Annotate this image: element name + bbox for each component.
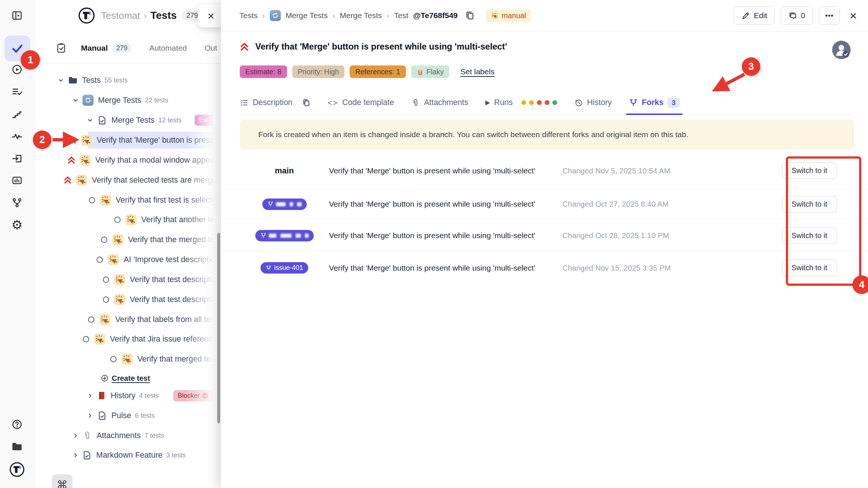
projects-folder-icon[interactable] xyxy=(10,439,24,454)
breadcrumb-merge-tests[interactable]: Merge Tests xyxy=(286,11,328,20)
status-circle-icon xyxy=(114,217,121,223)
run-status-dots xyxy=(521,100,557,105)
chevron-down-icon[interactable] xyxy=(87,117,93,123)
status-circle-icon xyxy=(89,197,95,203)
tab-code-template[interactable]: <> Code template xyxy=(328,91,394,115)
tree-test-row[interactable]: Verify that labels from all tests xyxy=(34,311,221,328)
sidebar-toggle-icon[interactable] xyxy=(10,8,24,23)
detail-tabs: Description <> Code template Attachments… xyxy=(240,91,854,115)
tree-test-row[interactable]: Verify that another test xyxy=(34,211,221,228)
tree-test-row[interactable]: AI 'Improve test description' xyxy=(34,251,221,268)
tab-history[interactable]: History xyxy=(574,91,612,115)
tree-scrollbar-thumb[interactable] xyxy=(217,233,220,423)
switch-to-it-button[interactable]: Switch to it xyxy=(782,162,837,179)
close-detail-button[interactable]: × xyxy=(850,9,857,22)
status-circle-icon xyxy=(88,316,94,323)
milestones-icon[interactable] xyxy=(10,107,24,122)
more-actions-button[interactable]: ••• xyxy=(819,6,840,25)
tab-automated[interactable]: Automated xyxy=(149,44,187,52)
tree-test-row[interactable]: Verify that a modal window appears xyxy=(34,152,221,169)
fork-title: Verify that 'Merge' button is present wh… xyxy=(329,199,559,209)
tree-node-pulse[interactable]: Pulse6 tests xyxy=(34,407,221,424)
analytics-icon[interactable] xyxy=(10,173,24,188)
pencil-icon xyxy=(741,11,750,20)
history-clock-icon xyxy=(574,98,583,107)
tab-forks-active[interactable]: Forks 3 xyxy=(629,91,680,115)
divider xyxy=(34,63,221,64)
priority-high-icon xyxy=(68,136,77,145)
tab-runs[interactable]: ▶ Runs xyxy=(485,91,557,115)
tree-test-row[interactable]: Verify that test description xyxy=(34,271,221,288)
help-icon[interactable] xyxy=(10,417,24,432)
detail-actions: Edit 0 ••• × xyxy=(734,6,857,25)
tree-test-row[interactable]: Verify that the merged test xyxy=(34,231,221,248)
fork-branch-icon xyxy=(629,98,638,107)
settings-gear-icon[interactable]: ⚙ xyxy=(10,217,24,232)
chevron-right-icon[interactable] xyxy=(87,393,93,399)
import-icon[interactable] xyxy=(10,151,24,166)
priority-high-icon xyxy=(64,176,72,184)
status-circle-icon xyxy=(103,277,109,283)
tree-test-row[interactable]: Verify that selected tests are merged xyxy=(34,172,221,189)
breadcrumb-app[interactable]: Testomat xyxy=(101,10,140,21)
tree-node-merge-tests-file[interactable]: Merge Tests12 tests Estima xyxy=(34,112,221,129)
tab-manual[interactable]: Manual xyxy=(81,44,108,52)
create-test-link[interactable]: Create test xyxy=(34,370,221,387)
tree-test-row[interactable]: Verify that test description xyxy=(34,291,221,308)
tab-attachments[interactable]: Attachments xyxy=(411,91,468,115)
set-labels-link[interactable]: Set labels xyxy=(460,67,494,76)
tab-outline[interactable]: Out xyxy=(205,44,217,52)
chevron-right-icon[interactable] xyxy=(87,413,93,419)
annotation-step-2: 2 xyxy=(33,131,51,149)
switch-to-it-button[interactable]: Switch to it xyxy=(782,260,837,276)
branches-icon[interactable] xyxy=(10,195,24,210)
tree-test-row[interactable]: Verify that first test is selected xyxy=(34,192,221,209)
chevron-right-icon[interactable] xyxy=(73,433,79,439)
tab-description[interactable]: Description xyxy=(240,91,311,115)
testomat-logo-icon[interactable] xyxy=(9,461,25,478)
tree-test-row-selected[interactable]: Verify that 'Merge' button is present xyxy=(34,132,221,149)
tree-test-row[interactable]: Verify that merged tests xyxy=(34,350,221,367)
priority-high-icon xyxy=(67,156,75,165)
annotation-step-4: 4 xyxy=(852,275,868,294)
chevron-down-icon[interactable] xyxy=(73,97,79,104)
manual-cursor-icon xyxy=(114,274,126,286)
assignee-avatar[interactable] xyxy=(832,41,851,59)
label-badges-row: Estimate: 8 Priority: High References: 1… xyxy=(240,65,494,78)
close-tree-panel-button[interactable]: × xyxy=(198,4,221,27)
test-title: Verify that 'Merge' button is present wh… xyxy=(255,42,507,52)
tree-node-merge-tests-suite[interactable]: Merge Tests22 tests xyxy=(34,92,221,109)
fork-title: Verify that 'Merge' button is present wh… xyxy=(329,166,559,176)
comments-button[interactable]: 0 xyxy=(781,6,813,25)
keyboard-shortcuts-button[interactable]: ⌘ xyxy=(52,474,73,488)
tree-test-row[interactable]: Verify that Jira issue references xyxy=(34,331,221,348)
breadcrumb-section[interactable]: Tests xyxy=(151,10,177,21)
breadcrumb-tests[interactable]: Tests xyxy=(239,11,258,20)
breadcrumb-merge-tests-2[interactable]: Merge Tests xyxy=(340,11,382,20)
tree-node-markdown-feature[interactable]: Markdown Feature3 tests xyxy=(34,447,221,464)
tree-filter-tabs: Manual 279 Automated Out xyxy=(34,37,221,59)
tree-node-history[interactable]: History4 tests Blocker xyxy=(34,387,221,404)
copy-id-icon[interactable] xyxy=(465,10,475,21)
icon-rail: ⚙ xyxy=(0,0,34,488)
manual-cursor-icon xyxy=(80,134,92,146)
run-dot-red xyxy=(545,100,549,105)
chevron-down-icon[interactable] xyxy=(58,77,64,84)
copy-icon[interactable] xyxy=(302,98,311,107)
manual-count-badge: 279 xyxy=(112,43,131,53)
pulse-icon[interactable] xyxy=(10,129,24,144)
fork-changed-timestamp: Changed Oct 28, 2025 1:10 PM xyxy=(559,231,782,240)
document-check-icon xyxy=(82,450,92,460)
edit-button[interactable]: Edit xyxy=(734,6,775,25)
tree-node-attachments[interactable]: Attachments7 tests xyxy=(34,427,221,444)
folder-icon xyxy=(68,75,78,85)
fork-title: Verify that 'Merge' button is present wh… xyxy=(329,263,559,273)
test-plans-icon[interactable] xyxy=(10,84,24,99)
fork-changed-timestamp: Changed Oct 27, 2025 8:40 AM xyxy=(559,200,782,209)
switch-to-it-button[interactable]: Switch to it xyxy=(782,196,837,213)
paperclip-icon xyxy=(82,431,92,441)
switch-to-it-button[interactable]: Switch to it xyxy=(782,227,837,244)
estimate-badge: Estima xyxy=(195,115,221,126)
tree-node-tests[interactable]: Tests55 tests xyxy=(34,72,221,89)
chevron-right-icon[interactable] xyxy=(73,452,79,458)
